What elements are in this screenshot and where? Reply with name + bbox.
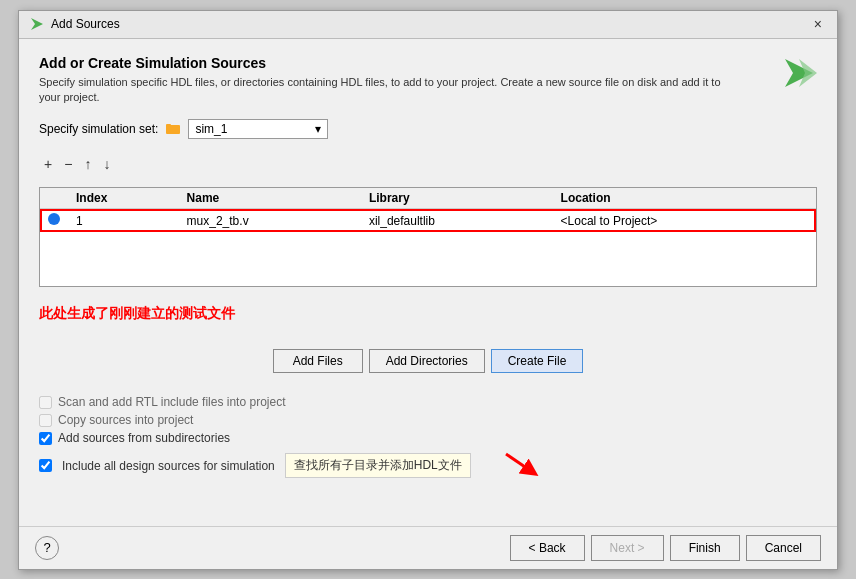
remove-file-toolbar-button[interactable]: − (59, 153, 77, 175)
copy-sources-option: Copy sources into project (39, 413, 817, 427)
chinese-annotation: 此处生成了刚刚建立的测试文件 (39, 297, 817, 331)
add-directories-button[interactable]: Add Directories (369, 349, 485, 373)
copy-sources-label: Copy sources into project (58, 413, 193, 427)
footer-buttons: < Back Next > Finish Cancel (510, 535, 821, 561)
sim-set-row: Specify simulation set: sim_1 ▾ (39, 119, 817, 139)
add-sources-dialog: Add Sources × Add or Create Simulation S… (18, 10, 838, 570)
file-toolbar: + − ↑ ↓ (39, 149, 817, 177)
dialog-title: Add Sources (51, 17, 120, 31)
copy-sources-checkbox[interactable] (39, 414, 52, 427)
scan-rtl-checkbox[interactable] (39, 396, 52, 409)
dialog-footer: ? < Back Next > Finish Cancel (19, 526, 837, 569)
folder-icon (166, 122, 180, 136)
col-index: Index (68, 188, 179, 209)
finish-button[interactable]: Finish (670, 535, 740, 561)
include-design-tooltip: 查找所有子目录并添加HDL文件 (285, 453, 471, 478)
include-design-option: Include all design sources for simulatio… (39, 449, 817, 482)
file-table: Index Name Library Location 1 mux_2 (40, 188, 816, 232)
dropdown-arrow-icon: ▾ (315, 122, 321, 136)
header-text: Add or Create Simulation Sources Specify… (39, 55, 739, 106)
dialog-body: Add or Create Simulation Sources Specify… (19, 39, 837, 526)
sim-set-value: sim_1 (195, 122, 227, 136)
file-table-wrapper: Index Name Library Location 1 mux_2 (39, 187, 817, 287)
col-name: Name (179, 188, 361, 209)
page-description: Specify simulation specific HDL files, o… (39, 75, 739, 106)
close-button[interactable]: × (809, 15, 827, 33)
sim-set-label: Specify simulation set: (39, 122, 158, 136)
include-design-label: Include all design sources for simulatio… (62, 459, 275, 473)
page-title: Add or Create Simulation Sources (39, 55, 739, 71)
header-section: Add or Create Simulation Sources Specify… (39, 55, 817, 106)
add-subdirectories-option: Add sources from subdirectories (39, 431, 817, 445)
title-bar: Add Sources × (19, 11, 837, 39)
sim-set-dropdown[interactable]: sim_1 ▾ (188, 119, 328, 139)
col-location: Location (553, 188, 816, 209)
svg-line-7 (506, 454, 531, 471)
row-name: mux_2_tb.v (179, 209, 361, 233)
add-subdirectories-label: Add sources from subdirectories (58, 431, 230, 445)
add-file-toolbar-button[interactable]: + (39, 153, 57, 175)
move-down-toolbar-button[interactable]: ↓ (98, 153, 115, 175)
scan-rtl-option: Scan and add RTL include files into proj… (39, 395, 817, 409)
row-location: <Local to Project> (553, 209, 816, 233)
arrow-container (501, 449, 541, 482)
red-arrow-icon (501, 449, 541, 479)
row-indicator-cell (40, 209, 68, 233)
include-design-checkbox[interactable] (39, 459, 52, 472)
col-library: Library (361, 188, 553, 209)
svg-marker-0 (31, 18, 43, 30)
file-table-container: Index Name Library Location 1 mux_2 (39, 187, 817, 287)
add-subdirectories-checkbox[interactable] (39, 432, 52, 445)
back-button[interactable]: < Back (510, 535, 585, 561)
help-button[interactable]: ? (35, 536, 59, 560)
table-row[interactable]: 1 mux_2_tb.v xil_defaultlib <Local to Pr… (40, 209, 816, 233)
table-header-row: Index Name Library Location (40, 188, 816, 209)
move-up-toolbar-button[interactable]: ↑ (79, 153, 96, 175)
dialog-icon (29, 16, 45, 32)
row-index: 1 (68, 209, 179, 233)
row-active-indicator (48, 213, 60, 225)
svg-rect-5 (166, 124, 171, 127)
title-bar-left: Add Sources (29, 16, 120, 32)
add-files-button[interactable]: Add Files (273, 349, 363, 373)
action-buttons-row: Add Files Add Directories Create File (39, 349, 817, 373)
vivado-logo (781, 55, 817, 91)
row-library: xil_defaultlib (361, 209, 553, 233)
cancel-button[interactable]: Cancel (746, 535, 821, 561)
create-file-button[interactable]: Create File (491, 349, 584, 373)
col-indicator (40, 188, 68, 209)
next-button[interactable]: Next > (591, 535, 664, 561)
options-section: Scan and add RTL include files into proj… (39, 395, 817, 482)
scan-rtl-label: Scan and add RTL include files into proj… (58, 395, 285, 409)
